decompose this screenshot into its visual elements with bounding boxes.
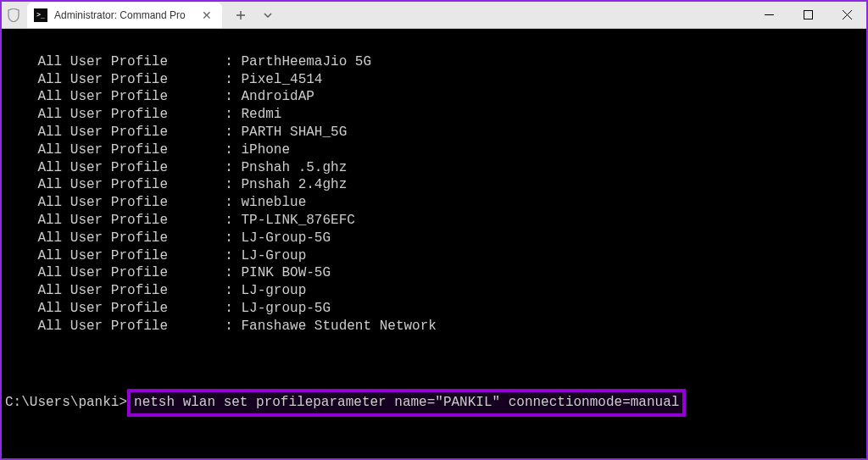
tab-title: Administrator: Command Pro xyxy=(54,9,186,21)
titlebar: >_ Administrator: Command Pro ✕ xyxy=(2,2,866,29)
profile-entry: All User Profile : Fanshawe Student Netw… xyxy=(5,318,863,335)
profile-entry: All User Profile : Redmi xyxy=(5,106,863,124)
tab-command-prompt[interactable]: >_ Administrator: Command Pro ✕ xyxy=(27,3,222,28)
window-controls xyxy=(749,2,866,28)
tab-dropdown-button[interactable] xyxy=(256,3,280,27)
profile-entry: All User Profile : ParthHeemaJio 5G xyxy=(5,53,863,71)
profile-entry: All User Profile : PINK BOW-5G xyxy=(5,264,863,282)
terminal-icon: >_ xyxy=(34,8,47,22)
profile-entry: All User Profile : iPhone xyxy=(5,141,863,159)
wlan-profile-list: All User Profile : ParthHeemaJio 5G All … xyxy=(5,53,863,335)
profile-entry: All User Profile : LJ-group xyxy=(5,282,863,300)
profile-entry: All User Profile : Pixel_4514 xyxy=(5,71,863,89)
profile-entry: All User Profile : Pnshah .5.ghz xyxy=(5,159,863,177)
svg-rect-1 xyxy=(804,11,812,19)
prompt-path: C:\Users\panki> xyxy=(5,395,127,410)
profile-entry: All User Profile : Pnshah 2.4ghz xyxy=(5,176,863,194)
profile-entry: All User Profile : wineblue xyxy=(5,194,863,212)
profile-entry: All User Profile : LJ-group-5G xyxy=(5,300,863,318)
close-tab-icon[interactable]: ✕ xyxy=(198,8,215,22)
shield-icon xyxy=(2,8,25,22)
profile-entry: All User Profile : AndroidAP xyxy=(5,88,863,106)
maximize-button[interactable] xyxy=(788,2,827,28)
terminal-output[interactable]: All User Profile : ParthHeemaJio 5G All … xyxy=(2,29,866,460)
new-tab-button[interactable] xyxy=(229,3,253,27)
svg-rect-0 xyxy=(765,14,774,15)
profile-entry: All User Profile : LJ-Group xyxy=(5,247,863,265)
highlighted-command: netsh wlan set profileparameter name="PA… xyxy=(127,389,686,417)
profile-entry: All User Profile : LJ-Group-5G xyxy=(5,230,863,247)
command-line-1: C:\Users\panki>netsh wlan set profilepar… xyxy=(5,387,863,418)
minimize-button[interactable] xyxy=(749,2,788,28)
profile-entry: All User Profile : TP-LINK_876EFC xyxy=(5,212,863,230)
tab-actions xyxy=(229,3,280,27)
profile-entry: All User Profile : PARTH SHAH_5G xyxy=(5,124,863,141)
close-button[interactable] xyxy=(827,2,866,28)
